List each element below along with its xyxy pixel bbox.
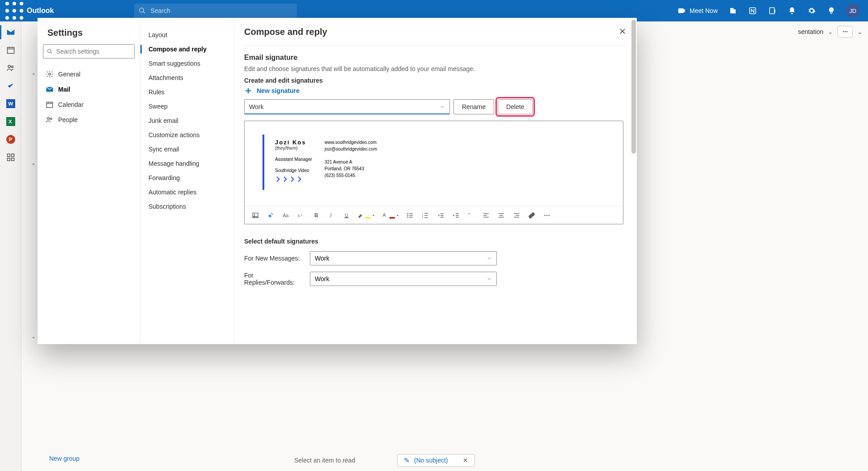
sub-layout[interactable]: Layout — [140, 28, 234, 42]
people-icon — [46, 116, 54, 124]
tb-more[interactable] — [541, 209, 553, 222]
plus-icon — [244, 87, 252, 95]
tb-font-size[interactable]: A▴ — [295, 209, 307, 222]
panel-scrollbar[interactable] — [631, 20, 636, 154]
svg-text:B: B — [314, 212, 318, 219]
for-new-label: For New Messages: — [244, 255, 305, 262]
delete-button[interactable]: Delete — [498, 99, 533, 114]
tb-bold[interactable]: B — [310, 209, 322, 222]
sub-sync-email[interactable]: Sync email — [140, 142, 234, 156]
sub-compose-reply[interactable]: Compose and reply — [140, 42, 234, 56]
sub-subscriptions[interactable]: Subscriptions — [140, 199, 234, 214]
category-people[interactable]: People — [38, 112, 140, 127]
tb-indent[interactable] — [449, 209, 462, 222]
tb-bullets[interactable] — [404, 209, 416, 222]
tb-underline[interactable]: U — [340, 209, 353, 222]
rail-todo[interactable] — [6, 81, 15, 90]
svg-rect-53 — [483, 217, 489, 217]
svg-rect-58 — [516, 215, 519, 215]
teams-button[interactable] — [723, 0, 743, 21]
paint-icon — [267, 212, 274, 219]
signature-preview: Jozi Kos (they/them) Assistant Manager S… — [263, 135, 504, 190]
onenote-button[interactable] — [743, 0, 762, 21]
settings-search-input[interactable] — [55, 47, 131, 55]
svg-text:P: P — [8, 136, 12, 142]
tb-align-left[interactable] — [480, 209, 492, 222]
default-new-value: Work — [315, 255, 329, 262]
sub-attachments[interactable]: Attachments — [140, 71, 234, 85]
signature-editor: Jozi Kos (they/them) Assistant Manager S… — [244, 121, 623, 224]
default-new-dropdown[interactable]: Work — [310, 251, 497, 265]
rail-more-apps[interactable] — [6, 153, 15, 162]
settings-modal: Settings General Mail Calendar People La… — [38, 18, 637, 344]
tb-highlight[interactable] — [356, 209, 377, 222]
rail-excel[interactable]: X — [6, 117, 15, 126]
global-search[interactable] — [134, 4, 297, 18]
signature-name-dropdown[interactable]: Work — [244, 99, 450, 114]
rail-calendar[interactable] — [6, 46, 15, 55]
category-calendar[interactable]: Calendar — [38, 97, 140, 112]
new-group-link[interactable]: New group — [49, 455, 80, 462]
settings-button[interactable] — [802, 0, 821, 21]
sub-customize-actions[interactable]: Customize actions — [140, 128, 234, 142]
tb-align-center[interactable] — [495, 209, 508, 222]
category-general[interactable]: General — [38, 67, 140, 82]
ribbon-more-button[interactable]: ··· — [838, 26, 853, 38]
italic-icon: I — [328, 212, 335, 219]
tips-button[interactable] — [821, 0, 841, 21]
gear-icon — [808, 7, 816, 15]
signature-editor-canvas[interactable]: Jozi Kos (they/them) Assistant Manager S… — [245, 121, 623, 206]
rail-mail[interactable] — [6, 28, 15, 37]
tb-link[interactable] — [525, 209, 538, 222]
panel-title: Compose and reply — [244, 27, 623, 37]
notes-button[interactable] — [762, 0, 782, 21]
ribbon-fragment-text: sentation — [798, 28, 824, 35]
tb-font-color[interactable]: A — [380, 209, 401, 222]
close-button[interactable] — [617, 26, 628, 37]
default-reply-dropdown[interactable]: Work — [310, 272, 497, 286]
folder-chevron-1[interactable]: ⌄ — [31, 70, 36, 76]
account-avatar[interactable]: JD — [846, 4, 860, 18]
global-search-input[interactable] — [149, 7, 292, 15]
ribbon-chevron[interactable]: ⌄ — [828, 28, 833, 35]
tb-insert-image[interactable] — [249, 209, 262, 222]
settings-search[interactable] — [43, 44, 135, 59]
create-edit-label: Create and edit signatures — [244, 77, 623, 84]
draft-chip[interactable]: ✎ (No subject) ✕ — [397, 454, 475, 467]
new-signature-label: New signature — [257, 87, 300, 94]
tb-italic[interactable]: I — [325, 209, 338, 222]
sub-message-handling[interactable]: Message handling — [140, 156, 234, 171]
sub-forwarding[interactable]: Forwarding — [140, 171, 234, 185]
meet-now-button[interactable]: Meet Now — [673, 7, 723, 15]
draft-subject: (No subject) — [414, 457, 448, 464]
tb-align-right[interactable] — [510, 209, 523, 222]
tb-quote[interactable]: ” — [465, 209, 477, 222]
sub-junk-email[interactable]: Junk email — [140, 114, 234, 128]
svg-text:”: ” — [468, 212, 470, 219]
notifications-button[interactable] — [782, 0, 802, 21]
sub-automatic-replies[interactable]: Automatic replies — [140, 185, 234, 199]
tb-numbering[interactable]: 123 — [419, 209, 432, 222]
rename-button[interactable]: Rename — [453, 99, 494, 114]
sub-rules[interactable]: Rules — [140, 85, 234, 99]
app-launcher-button[interactable] — [4, 0, 25, 21]
ribbon-expand[interactable]: ⌄ — [857, 28, 863, 35]
rail-powerpoint[interactable]: P — [6, 135, 15, 144]
mail-icon — [6, 28, 15, 37]
svg-point-24 — [49, 73, 51, 76]
tb-format-painter[interactable] — [264, 209, 277, 222]
new-signature-button[interactable]: New signature — [244, 87, 623, 95]
tb-font[interactable]: Aa — [279, 209, 292, 222]
rail-people[interactable] — [6, 63, 15, 72]
category-mail[interactable]: Mail — [38, 82, 140, 97]
svg-rect-47 — [424, 215, 428, 215]
folder-chevron-3[interactable]: ⌄ — [31, 333, 36, 340]
sub-sweep[interactable]: Sweep — [140, 99, 234, 114]
rail-word[interactable]: W — [6, 99, 15, 108]
svg-point-0 — [5, 2, 9, 5]
svg-point-40 — [407, 214, 408, 216]
folder-chevron-2[interactable]: ⌄ — [31, 160, 36, 166]
tb-outdent[interactable] — [434, 209, 447, 222]
sub-smart-suggestions[interactable]: Smart suggestions — [140, 56, 234, 71]
draft-close-button[interactable]: ✕ — [463, 457, 468, 464]
